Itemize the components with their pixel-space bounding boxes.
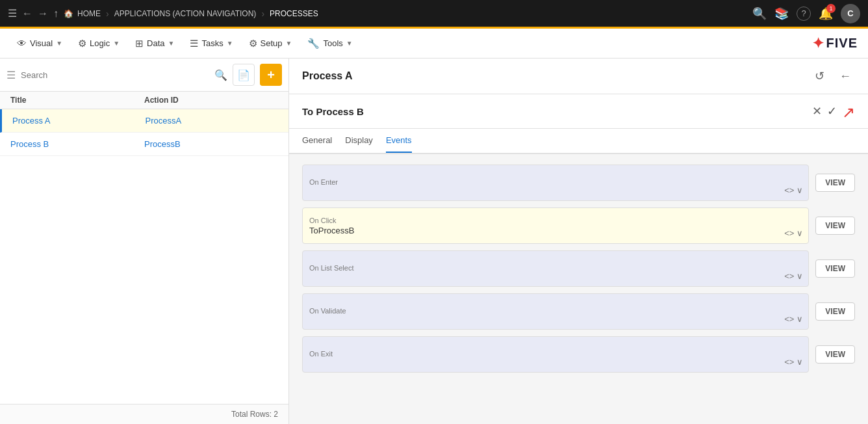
on-enter-label: On Enter (309, 178, 802, 186)
add-button[interactable]: + (260, 64, 282, 86)
logic-caret: ▼ (113, 40, 120, 47)
on-validate-field[interactable]: On Validate <> ∨ (302, 293, 809, 330)
on-exit-actions: <> ∨ (784, 357, 803, 367)
row-action-0: ProcessA (146, 116, 279, 126)
events-content: On Enter <> ∨ VIEW On Click ToProcessB <… (289, 154, 868, 383)
search-bar: ☰ 🔍 📄 + (0, 59, 288, 92)
breadcrumb-home[interactable]: 🏠 HOME (64, 9, 101, 18)
home-label: HOME (77, 9, 101, 18)
on-exit-code-icon[interactable]: <> (784, 357, 794, 367)
on-validate-actions: <> ∨ (784, 314, 803, 324)
row-title-0: Process A (12, 116, 146, 126)
back-icon[interactable]: ← (22, 8, 32, 20)
setup-caret: ▼ (286, 40, 292, 47)
table-row[interactable]: Process B ProcessB (0, 133, 288, 156)
on-click-label: On Click (309, 217, 802, 224)
total-rows-label: Total Rows: 2 (231, 410, 278, 419)
event-row-on-validate: On Validate <> ∨ VIEW (302, 293, 855, 330)
right-panel: Process A ↺ ← To Process B ✕ ✓ ↗ General… (289, 59, 868, 424)
on-click-field[interactable]: On Click ToProcessB <> ∨ (302, 207, 809, 244)
data-icon: ⊞ (135, 38, 144, 49)
on-exit-expand-icon[interactable]: ∨ (797, 357, 803, 367)
red-arrow-indicator: ↗ (842, 103, 855, 122)
notification-badge: 1 (826, 4, 836, 13)
menu-visual-label: Visual (30, 38, 53, 48)
on-enter-view-button[interactable]: VIEW (815, 174, 855, 192)
on-click-value: ToProcessB (309, 226, 802, 235)
breadcrumb-applications[interactable]: APPLICATIONS (ACTION NAVIGATION) (114, 9, 257, 18)
on-list-select-expand-icon[interactable]: ∨ (797, 271, 803, 281)
top-nav: ☰ ← → ↑ 🏠 HOME › APPLICATIONS (ACTION NA… (0, 0, 868, 29)
on-exit-view-button[interactable]: VIEW (815, 345, 855, 364)
on-validate-expand-icon[interactable]: ∨ (797, 314, 803, 324)
on-list-select-label: On List Select (309, 264, 802, 272)
close-form-button[interactable]: ✕ (812, 104, 822, 118)
breadcrumb-sep-1: › (106, 8, 109, 19)
form-title: To Process B (302, 106, 364, 117)
search-input[interactable] (21, 70, 209, 80)
up-icon[interactable]: ↑ (53, 8, 58, 20)
applications-label: APPLICATIONS (ACTION NAVIGATION) (114, 9, 257, 18)
search-nav-icon[interactable]: 🔍 (752, 7, 767, 21)
on-list-select-view-button[interactable]: VIEW (815, 259, 855, 278)
five-logo-text: FIVE (826, 36, 858, 51)
menu-item-data[interactable]: ⊞ Data ▼ (129, 34, 181, 53)
column-title: Title (10, 96, 144, 105)
on-click-expand-icon[interactable]: ∨ (797, 228, 803, 238)
back-button[interactable]: ← (836, 66, 855, 86)
processes-label: PROCESSES (270, 9, 318, 18)
on-enter-code-icon[interactable]: <> (784, 185, 794, 195)
menu-logic-label: Logic (90, 38, 110, 48)
tasks-icon: ☰ (190, 38, 198, 49)
books-icon[interactable]: 📚 (774, 7, 789, 21)
search-bar-left: ☰ 🔍 (6, 69, 227, 81)
doc-button[interactable]: 📄 (233, 64, 255, 86)
on-click-view-button[interactable]: VIEW (815, 217, 855, 235)
column-action-id: Action ID (144, 96, 278, 105)
tab-display[interactable]: Display (345, 129, 373, 153)
menu-item-setup[interactable]: ⚙ Setup ▼ (242, 34, 299, 53)
top-nav-left: ☰ ← → ↑ 🏠 HOME › APPLICATIONS (ACTION NA… (8, 7, 747, 20)
on-list-select-field[interactable]: On List Select <> ∨ (302, 250, 809, 287)
menu-item-tools[interactable]: 🔧 Tools ▼ (301, 34, 359, 53)
search-icon[interactable]: 🔍 (214, 69, 227, 81)
table-row[interactable]: Process A ProcessA (0, 109, 288, 133)
table-header: Title Action ID (0, 92, 288, 109)
breadcrumb-processes[interactable]: PROCESSES (270, 9, 318, 18)
on-enter-expand-icon[interactable]: ∨ (797, 185, 803, 195)
event-row-on-exit: On Exit <> ∨ VIEW (302, 336, 855, 373)
main-content: ☰ 🔍 📄 + Title Action ID Process A Proces… (0, 59, 868, 424)
event-row-on-list-select: On List Select <> ∨ VIEW (302, 250, 855, 287)
on-enter-field[interactable]: On Enter <> ∨ (302, 165, 809, 201)
tools-caret: ▼ (346, 40, 353, 47)
on-validate-view-button[interactable]: VIEW (815, 302, 855, 321)
refresh-button[interactable]: ↺ (810, 66, 829, 86)
form-panel: To Process B ✕ ✓ ↗ General Display Event… (289, 94, 868, 154)
menu-item-tasks[interactable]: ☰ Tasks ▼ (183, 34, 239, 53)
form-actions: ✕ ✓ ↗ (812, 102, 855, 120)
menu-item-logic[interactable]: ⚙ Logic ▼ (71, 34, 126, 53)
notification-icon[interactable]: 🔔 1 (819, 7, 833, 21)
five-logo-icon: ✦ (812, 35, 824, 52)
row-action-1: ProcessB (144, 139, 278, 149)
menu-tools-label: Tools (323, 38, 342, 48)
menu-bar-left: 👁 Visual ▼ ⚙ Logic ▼ ⊞ Data ▼ ☰ Tasks ▼ … (10, 34, 359, 53)
confirm-form-button[interactable]: ✓ (827, 104, 837, 118)
logic-icon: ⚙ (78, 38, 86, 49)
on-click-code-icon[interactable]: <> (784, 228, 794, 238)
user-avatar[interactable]: C (841, 4, 860, 23)
five-logo: ✦ FIVE (812, 35, 858, 52)
menu-item-visual[interactable]: 👁 Visual ▼ (10, 34, 69, 53)
form-panel-header: To Process B ✕ ✓ ↗ (289, 94, 868, 129)
menu-bar: 👁 Visual ▼ ⚙ Logic ▼ ⊞ Data ▼ ☰ Tasks ▼ … (0, 29, 868, 59)
on-validate-code-icon[interactable]: <> (784, 314, 794, 324)
on-exit-field[interactable]: On Exit <> ∨ (302, 336, 809, 373)
tab-events[interactable]: Events (386, 129, 412, 153)
row-title-1: Process B (10, 139, 144, 149)
tab-general[interactable]: General (302, 129, 332, 153)
hamburger-icon[interactable]: ☰ (6, 69, 16, 81)
help-icon[interactable]: ? (797, 7, 811, 21)
forward-icon[interactable]: → (38, 8, 48, 20)
menu-icon[interactable]: ☰ (8, 7, 17, 20)
on-list-select-code-icon[interactable]: <> (784, 271, 794, 281)
